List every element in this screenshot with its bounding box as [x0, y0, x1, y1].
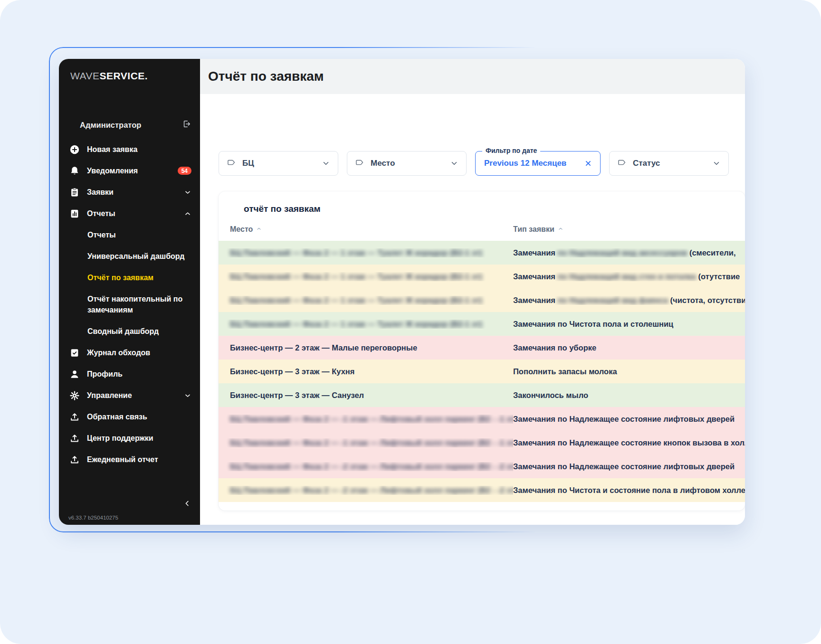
person-icon	[69, 369, 80, 379]
column-header-type[interactable]: Тип заявки	[513, 225, 745, 234]
report-title: отчёт по заявкам	[219, 191, 745, 214]
table-row[interactable]: Бизнес-центр — 3 этаж — Кухня Пополнить …	[219, 360, 745, 383]
type-cell: Замечания по Чистота и состояние пола в …	[513, 486, 745, 495]
chevron-down-icon	[322, 159, 330, 168]
place-cell-text: БЦ Павловский — Фаза 2 — 1 этаж — Туалет…	[230, 296, 482, 304]
type-cell: Замечания по Чистота пола и столешниц	[513, 320, 745, 329]
type-cell: Закончилось мыло	[513, 391, 745, 400]
page-header: Отчёт по заявкам	[200, 59, 745, 94]
filter-status-dropdown[interactable]: Статус	[609, 151, 729, 176]
sidebar-item-support-center[interactable]: Центр поддержки	[59, 427, 200, 449]
sidebar-item-profile[interactable]: Профиль	[59, 363, 200, 385]
sort-asc-icon	[558, 225, 563, 234]
submenu-item-universal-dashboard[interactable]: Универсальный дашборд	[59, 246, 200, 267]
type-cell: Замечания по Надлежащее состояние лифтов…	[513, 462, 745, 471]
submenu-item-requests-report[interactable]: Отчёт по заявкам	[59, 267, 200, 288]
page-title: Отчёт по заявкам	[208, 69, 324, 84]
date-filter-label: Фильтр по дате	[482, 147, 540, 154]
type-cell: Замечания по Надлежащий вид аксессуаров …	[513, 248, 745, 257]
table-header-row: Место Тип заявки	[219, 218, 745, 241]
table-row[interactable]: БЦ Павловский — Фаза 2 — -2 этаж — Лифто…	[219, 455, 745, 478]
submenu-item-summary-dashboard[interactable]: Сводный дашборд	[59, 321, 200, 342]
submenu-item-cumulative-report[interactable]: Отчёт накопительный по замечаниям	[59, 288, 200, 321]
filter-date-dropdown[interactable]: Фильтр по дате Previous 12 Месяцев	[475, 151, 601, 176]
user-row: Администратор	[80, 119, 191, 131]
tag-icon	[617, 158, 627, 170]
sidebar-item-label: Заявки	[87, 188, 114, 197]
sidebar-item-label: Обратная связь	[87, 413, 147, 421]
filter-bar: БЦ Место Фильтр по дате Previous 12 Меся…	[219, 151, 729, 176]
logout-icon[interactable]	[182, 119, 191, 131]
main-content: Отчёт по заявкам БЦ Место	[200, 59, 745, 525]
sidebar-item-new-request[interactable]: Новая заявка	[59, 139, 200, 160]
journal-check-icon	[69, 348, 80, 358]
gear-icon	[69, 390, 80, 401]
sidebar-item-management[interactable]: Управление	[59, 385, 200, 406]
tag-icon	[227, 158, 236, 170]
sidebar-collapse-button[interactable]	[181, 497, 193, 510]
user-name: Администратор	[80, 121, 141, 130]
type-cell: Замечания по Надлежащее состояние лифтов…	[513, 415, 745, 424]
table-row[interactable]: БЦ Павловский — Фаза 2 — -1 этаж — Лифто…	[219, 407, 745, 431]
sidebar-item-label: Новая заявка	[87, 145, 137, 154]
chevron-down-icon	[184, 392, 191, 399]
sidebar-item-inspection-log[interactable]: Журнал обходов	[59, 342, 200, 363]
place-cell-text: БЦ Павловский — Фаза 2 — -1 этаж — Лифто…	[230, 438, 513, 447]
submenu-item-label: Отчёт по заявкам	[87, 272, 153, 283]
sidebar-item-feedback[interactable]: Обратная связь	[59, 406, 200, 427]
table-row[interactable]: БЦ Павловский — Фаза 2 — 1 этаж — Туалет…	[219, 265, 745, 288]
sidebar-item-reports[interactable]: Отчеты	[59, 203, 200, 224]
filter-label: Место	[371, 159, 395, 168]
date-filter-value: Previous 12 Месяцев	[484, 159, 566, 168]
submenu-item-label: Отчёт накопительный по замечаниям	[87, 294, 187, 315]
chevron-down-icon	[712, 159, 721, 168]
sidebar-item-label: Центр поддержки	[87, 434, 153, 443]
submenu-item-label: Отчеты	[87, 229, 116, 240]
table-row[interactable]: БЦ Павловский — Фаза 2 — 1 этаж — Туалет…	[219, 241, 745, 265]
sidebar-item-notifications[interactable]: Уведомления 54	[59, 160, 200, 181]
table-row[interactable]: БЦ Павловский — Фаза 2 — 1 этаж — Туалет…	[219, 312, 745, 336]
sidebar-nav: Новая заявка Уведомления 54 Заявки	[59, 139, 200, 470]
submenu-item-reports[interactable]: Отчеты	[59, 224, 200, 246]
blurred-text: по Надлежащий вид аксессуаров	[558, 248, 687, 257]
brand-logo: WAVESERVICE.	[70, 70, 200, 82]
upload-icon	[69, 412, 80, 422]
clear-date-filter-icon[interactable]	[583, 158, 593, 169]
sidebar-item-daily-report[interactable]: Ежедневный отчет	[59, 449, 200, 470]
sidebar-item-label: Уведомления	[87, 167, 138, 175]
table-row[interactable]: БЦ Павловский — Фаза 2 — -2 этаж — Лифто…	[219, 478, 745, 502]
type-cell: Замечания по Надлежащее состояние кнопок…	[513, 438, 745, 447]
place-cell-text: Бизнес-центр — 2 этаж — Малые переговорн…	[230, 343, 417, 352]
table-row[interactable]: Бизнес-центр — 2 этаж — Малые переговорн…	[219, 336, 745, 360]
table-body: БЦ Павловский — Фаза 2 — 1 этаж — Туалет…	[219, 241, 745, 502]
place-cell-text: БЦ Павловский — Фаза 2 — 1 этаж — Туалет…	[230, 248, 482, 257]
filter-label: Статус	[633, 159, 660, 168]
brand-service: SERVICE.	[100, 70, 148, 81]
blurred-text: по Надлежащий вид фаянса	[558, 296, 668, 304]
app-version: v6.33.7 b250410275	[68, 515, 118, 521]
table-row[interactable]: БЦ Павловский — Фаза 2 — -1 этаж — Лифто…	[219, 431, 745, 455]
chevron-down-icon	[184, 189, 191, 196]
report-chart-icon	[69, 208, 80, 219]
sidebar-item-requests[interactable]: Заявки	[59, 181, 200, 203]
filter-bc-dropdown[interactable]: БЦ	[219, 151, 338, 176]
tag-icon	[355, 158, 364, 170]
place-cell-text: Бизнес-центр — 3 этаж — Санузел	[230, 391, 364, 399]
blurred-text: по Надлежащий вид стен и потолка	[558, 272, 696, 281]
sidebar-item-label: Профиль	[87, 370, 123, 379]
type-cell: Замечания по Надлежащий вид фаянса (чист…	[513, 296, 745, 305]
place-cell-text: Бизнес-центр — 3 этаж — Кухня	[230, 367, 354, 376]
filter-place-dropdown[interactable]: Место	[347, 151, 467, 176]
column-header-place[interactable]: Место	[219, 225, 513, 234]
chevron-up-icon	[184, 210, 191, 218]
table-row[interactable]: Бизнес-центр — 3 этаж — Санузел Закончил…	[219, 383, 745, 407]
sort-asc-icon	[256, 225, 262, 234]
report-table-card: отчёт по заявкам Место Тип заявки	[219, 191, 745, 511]
sidebar-item-label: Управление	[87, 391, 132, 400]
upload-icon	[69, 433, 80, 444]
type-cell: Замечания по уборке	[513, 343, 745, 352]
place-cell-text: БЦ Павловский — Фаза 2 — -1 этаж — Лифто…	[230, 415, 513, 423]
filter-label: БЦ	[242, 159, 254, 168]
place-cell-text: БЦ Павловский — Фаза 2 — -2 этаж — Лифто…	[230, 462, 513, 471]
table-row[interactable]: БЦ Павловский — Фаза 2 — 1 этаж — Туалет…	[219, 288, 745, 312]
